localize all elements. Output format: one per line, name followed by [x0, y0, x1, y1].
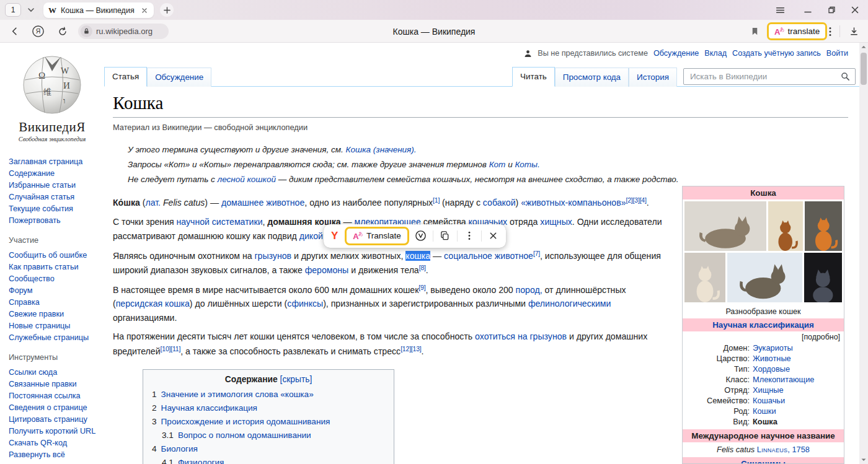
article-link[interactable]: Кот	[489, 160, 506, 169]
download-icon[interactable]	[844, 20, 863, 43]
cat-photo[interactable]	[684, 253, 725, 302]
yandex-search-icon[interactable]: Y	[330, 230, 339, 242]
url-text[interactable]: ru.wikipedia.org	[96, 27, 153, 36]
lock-icon[interactable]	[81, 25, 92, 37]
copy-icon[interactable]	[439, 230, 451, 242]
sidebar-link[interactable]: Развернуть всё	[9, 449, 99, 460]
browser-tab[interactable]: W Кошка — Википедия	[43, 2, 154, 18]
toolbar-more-icon[interactable]	[823, 20, 837, 43]
taxonomy-value[interactable]: Эукариоты	[753, 343, 841, 353]
sidebar-link[interactable]: Свежие правки	[9, 309, 99, 320]
article-link[interactable]: пород,	[516, 285, 542, 295]
article-link[interactable]: сфинксы	[287, 299, 323, 309]
cat-photo[interactable]	[805, 201, 842, 251]
sidebar-link[interactable]: Постоянная ссылка	[9, 390, 99, 401]
author-link[interactable]: Linnaeus	[757, 445, 788, 454]
popup-translate-button[interactable]: Aあ Translate	[345, 227, 409, 245]
sidebar-link[interactable]: Заглавная страница	[9, 156, 99, 167]
toc-link[interactable]: Происхождение и история одомашнивания	[161, 417, 330, 426]
tab-close-icon[interactable]	[140, 6, 149, 15]
article-link[interactable]: «животных-компаньонов»	[521, 198, 626, 208]
browser-menu-icon[interactable]	[771, 0, 789, 20]
new-tab-button[interactable]	[160, 3, 174, 17]
scroll-down-icon[interactable]	[861, 457, 867, 463]
toc-hide-link[interactable]: [скрыть]	[280, 375, 312, 384]
cat-photo[interactable]	[804, 253, 842, 302]
address-bar[interactable]: ru.wikipedia.org	[78, 24, 169, 39]
reference-link[interactable]: [9]	[418, 284, 425, 291]
tab-counter-button[interactable]: 1	[5, 3, 21, 17]
sidebar-link[interactable]: Сообщество	[9, 273, 99, 284]
article-link[interactable]: феромоны	[305, 265, 349, 275]
article-link[interactable]: фелинологическими	[528, 299, 611, 309]
name-year[interactable]: , 1758	[787, 445, 810, 454]
toc-link[interactable]: Биология	[161, 444, 198, 453]
toolbar-translate-button[interactable]: Aあ translate	[767, 22, 827, 40]
sidebar-link[interactable]: Справка	[9, 297, 99, 308]
article-link[interactable]: домашнее животное	[221, 198, 304, 208]
bookmark-icon[interactable]	[746, 20, 763, 43]
article-link[interactable]: охотиться на грызунов	[475, 331, 567, 341]
popup-close-icon[interactable]	[487, 230, 500, 242]
article-link[interactable]: лат.	[145, 198, 161, 208]
cat-photo[interactable]	[727, 253, 802, 302]
toc-link[interactable]: Значение и этимология слова «кошка»	[161, 390, 314, 399]
toc-item[interactable]: 1Значение и этимология слова «кошка»	[152, 388, 385, 401]
wikipedia-logo[interactable]: Ω W И 维 ו ВикипедиЯ Свободная энциклопед…	[0, 43, 104, 142]
article-link[interactable]: собакой	[483, 198, 516, 208]
article-link[interactable]: лесной кошкой	[218, 175, 276, 184]
article-link[interactable]: Кошка (значения).	[346, 145, 417, 154]
synonyms-header[interactable]: Синонимы	[683, 457, 844, 464]
sidebar-link[interactable]: Содержание	[9, 168, 99, 179]
classification-header[interactable]: Научная классификация	[683, 318, 844, 331]
chevron-down-icon[interactable]	[26, 5, 36, 15]
reference-link[interactable]: [12][13]	[401, 345, 421, 352]
classification-detail-link[interactable]: [подробно]	[683, 331, 844, 343]
taxonomy-value[interactable]: Хищные	[753, 385, 841, 395]
page-scrollbar[interactable]	[859, 43, 868, 464]
sidebar-link[interactable]: Сведения о странице	[9, 402, 99, 413]
article-link[interactable]: социальное животное	[444, 251, 533, 261]
voice-icon[interactable]	[415, 230, 427, 242]
cat-photo[interactable]	[684, 201, 766, 251]
toc-item[interactable]: 3.1Вопрос о полном одомашнивании	[152, 429, 385, 442]
sidebar-link[interactable]: Текущие события	[9, 203, 99, 214]
sidebar-link[interactable]: Ссылки сюда	[9, 367, 99, 378]
sidebar-link[interactable]: Скачать QR-код	[9, 437, 99, 449]
article-link[interactable]: научной систематики	[177, 217, 263, 227]
toc-item[interactable]: 4.1Физиология	[152, 456, 385, 464]
reference-link[interactable]: [8]	[419, 264, 426, 271]
article-link[interactable]: персидская кошка	[116, 299, 190, 309]
reference-link[interactable]: [7]	[533, 250, 540, 257]
sidebar-link[interactable]: Цитировать страницу	[9, 414, 99, 425]
scroll-up-icon[interactable]	[861, 44, 867, 50]
popup-more-icon[interactable]	[463, 230, 476, 242]
yandex-button-icon[interactable]: Я	[30, 20, 46, 43]
sidebar-link[interactable]: Случайная статья	[9, 191, 99, 203]
toc-link[interactable]: Физиология	[178, 458, 224, 464]
taxonomy-value[interactable]: Кошки	[753, 406, 841, 416]
reference-link[interactable]: [2][3][4]	[626, 196, 646, 204]
sidebar-link[interactable]: Связанные правки	[9, 379, 99, 390]
sidebar-link[interactable]: Форум	[9, 285, 99, 296]
sidebar-link[interactable]: Служебные страницы	[9, 332, 99, 343]
back-icon[interactable]	[6, 20, 22, 43]
refresh-icon[interactable]	[55, 20, 71, 43]
toc-item[interactable]: 4Биология	[152, 442, 385, 456]
cat-photo[interactable]	[768, 201, 802, 251]
article-link[interactable]: хищных	[540, 217, 572, 227]
window-close-icon[interactable]	[846, 0, 864, 20]
article-link[interactable]: грызунов	[254, 251, 291, 261]
taxonomy-value[interactable]: Кошка	[753, 416, 841, 427]
reference-link[interactable]: [10][11]	[161, 345, 181, 352]
taxonomy-value[interactable]: Кошачьи	[753, 395, 841, 406]
toc-item[interactable]: 2Научная классификация	[152, 401, 385, 415]
toc-link[interactable]: Вопрос о полном одомашнивании	[178, 431, 311, 440]
toc-item[interactable]: 3Происхождение и история одомашнивания	[152, 415, 385, 429]
taxonomy-value[interactable]: Хордовые	[753, 364, 841, 374]
reference-link[interactable]: [1]	[433, 196, 440, 204]
sidebar-link[interactable]: Избранные статьи	[9, 180, 99, 191]
article-link[interactable]: Коты.	[515, 160, 539, 169]
taxonomy-value[interactable]: Млекопитающие	[753, 374, 841, 385]
toc-link[interactable]: Научная классификация	[161, 403, 257, 413]
